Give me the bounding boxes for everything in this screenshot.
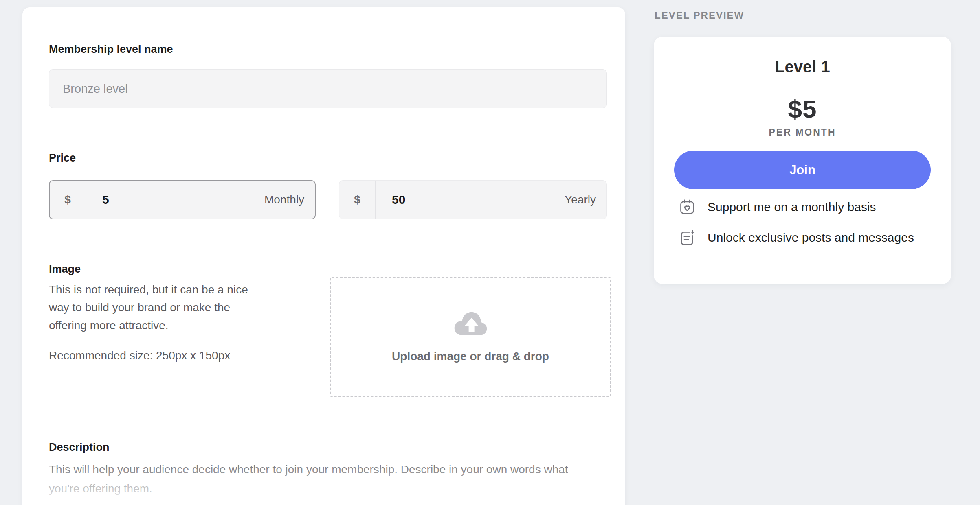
membership-name-label: Membership level name bbox=[49, 43, 173, 56]
monthly-period-label: Monthly bbox=[264, 193, 315, 206]
benefit-text: Support me on a monthly basis bbox=[708, 198, 876, 216]
currency-symbol: $ bbox=[339, 181, 376, 219]
benefit-item: Unlock exclusive posts and messages bbox=[678, 229, 914, 247]
image-recommended-size: Recommended size: 250px x 150px bbox=[49, 347, 334, 365]
membership-name-input[interactable] bbox=[49, 69, 607, 108]
currency-symbol: $ bbox=[50, 181, 86, 219]
monthly-price-input[interactable] bbox=[86, 181, 264, 219]
upload-instruction: Upload image or drag & drop bbox=[392, 350, 549, 363]
yearly-period-label: Yearly bbox=[565, 193, 606, 206]
benefit-text: Unlock exclusive posts and messages bbox=[708, 229, 914, 247]
monthly-price-field: $ Monthly bbox=[49, 180, 316, 219]
level-preview-header: LEVEL PREVIEW bbox=[655, 10, 744, 21]
level-period: PER MONTH bbox=[654, 127, 951, 138]
yearly-price-input[interactable] bbox=[376, 181, 565, 219]
description-label: Description bbox=[49, 441, 110, 454]
membership-level-editor: Membership level name Price $ Monthly $ … bbox=[0, 0, 980, 505]
image-upload-dropzone[interactable]: Upload image or drag & drop bbox=[330, 277, 611, 397]
image-help-text: This is not required, but it can be a ni… bbox=[49, 281, 271, 334]
join-button[interactable]: Join bbox=[674, 151, 931, 189]
level-preview-card: Level 1 $5 PER MONTH Join Support me on … bbox=[654, 37, 951, 284]
level-price: $5 bbox=[654, 94, 951, 123]
price-label: Price bbox=[49, 152, 76, 164]
level-title: Level 1 bbox=[654, 58, 951, 76]
note-sparkle-icon bbox=[678, 229, 696, 247]
description-help-text: This will help your audience decide whet… bbox=[49, 460, 595, 498]
benefit-item: Support me on a monthly basis bbox=[678, 198, 876, 216]
image-label: Image bbox=[49, 263, 81, 275]
membership-form-card: Membership level name Price $ Monthly $ … bbox=[22, 7, 625, 505]
cloud-upload-icon bbox=[453, 308, 488, 337]
yearly-price-field: $ Yearly bbox=[339, 180, 607, 219]
calendar-heart-icon bbox=[678, 198, 696, 216]
